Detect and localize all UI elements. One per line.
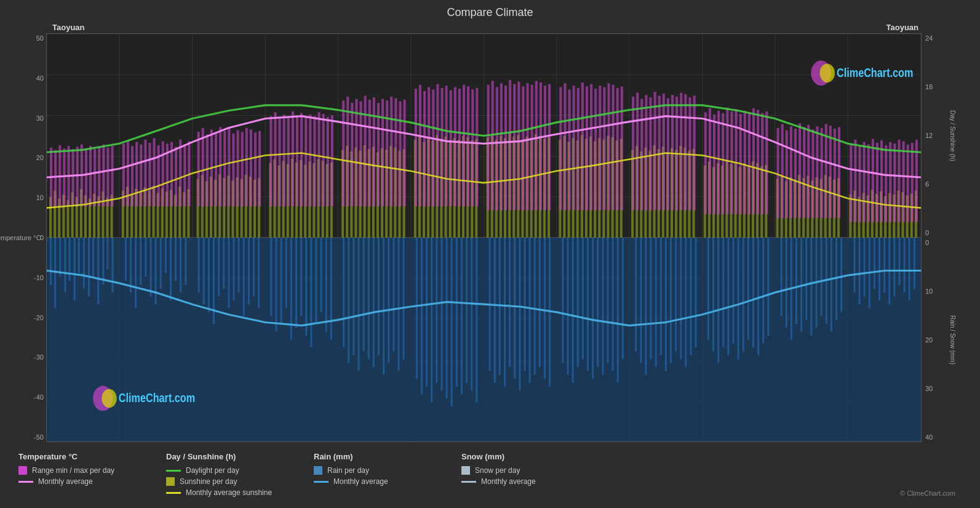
svg-rect-497: [680, 92, 682, 210]
svg-rect-169: [840, 238, 842, 312]
svg-rect-149: [732, 238, 734, 344]
svg-rect-145: [712, 238, 714, 352]
location-left: Taoyuan: [52, 23, 85, 32]
location-right: Taoyuan: [886, 23, 919, 32]
svg-rect-93: [421, 238, 423, 395]
svg-rect-439: [399, 101, 401, 206]
svg-rect-404: [232, 134, 234, 206]
svg-rect-455: [476, 88, 478, 206]
svg-rect-37: [102, 238, 104, 284]
svg-rect-401: [219, 127, 221, 206]
svg-rect-121: [577, 238, 579, 367]
svg-rect-77: [325, 238, 327, 332]
svg-rect-101: [461, 238, 463, 395]
svg-rect-388: [157, 145, 160, 206]
svg-rect-417: [296, 115, 298, 206]
svg-rect-156: [767, 238, 769, 336]
svg-rect-434: [377, 103, 380, 206]
svg-rect-475: [577, 88, 580, 211]
svg-rect-473: [568, 89, 571, 210]
svg-rect-174: [874, 238, 875, 289]
legend-item-rain: Rain per day: [314, 466, 437, 475]
svg-rect-527: [825, 124, 827, 218]
svg-rect-59: [228, 238, 229, 308]
svg-rect-383: [135, 142, 138, 206]
svg-rect-119: [567, 238, 568, 375]
svg-rect-477: [586, 86, 588, 210]
main-container: Compare Climate Taoyuan Taoyuan Temperat…: [0, 0, 980, 508]
svg-rect-505: [722, 113, 724, 214]
svg-rect-79: [343, 238, 345, 347]
svg-rect-87: [383, 238, 384, 375]
svg-rect-448: [445, 86, 448, 206]
svg-rect-165: [821, 238, 823, 316]
svg-rect-92: [416, 238, 418, 379]
svg-rect-452: [463, 85, 465, 206]
svg-rect-447: [440, 88, 443, 206]
svg-rect-382: [131, 146, 133, 206]
monthly-average-snow-label: Monthly average: [481, 477, 536, 486]
svg-rect-386: [148, 143, 151, 206]
svg-rect-491: [654, 92, 656, 210]
legend-swatch-snow-avg: [461, 481, 476, 483]
svg-rect-533: [859, 146, 861, 222]
svg-rect-162: [805, 238, 807, 320]
legend-swatch-rain: [314, 466, 322, 475]
svg-rect-139: [675, 238, 677, 352]
svg-rect-513: [757, 110, 759, 214]
legend-group-sunshine: Day / Sunshine (h) Daylight per day Suns…: [166, 452, 289, 497]
svg-rect-407: [245, 128, 248, 206]
svg-rect-410: [258, 131, 261, 206]
svg-rect-543: [902, 141, 905, 222]
svg-rect-534: [863, 142, 866, 222]
svg-rect-74: [310, 238, 312, 347]
svg-rect-91: [403, 238, 405, 359]
svg-rect-134: [650, 238, 651, 359]
svg-rect-385: [144, 140, 146, 206]
svg-rect-406: [241, 132, 244, 206]
svg-rect-43: [140, 238, 141, 284]
svg-rect-445: [432, 89, 434, 206]
svg-rect-413: [279, 118, 281, 206]
svg-rect-118: [562, 238, 564, 363]
svg-rect-147: [722, 238, 724, 347]
svg-rect-490: [649, 97, 651, 210]
svg-rect-478: [590, 84, 592, 210]
svg-rect-172: [864, 238, 866, 296]
svg-rect-146: [717, 238, 719, 363]
svg-rect-151: [743, 238, 744, 352]
svg-rect-62: [243, 238, 245, 316]
svg-rect-487: [636, 92, 639, 210]
svg-rect-44: [145, 238, 146, 277]
svg-rect-158: [786, 238, 787, 328]
svg-rect-38: [106, 238, 108, 269]
svg-rect-384: [140, 145, 142, 207]
svg-rect-408: [250, 129, 252, 206]
legend-title-temperature: Temperature °C: [18, 452, 141, 461]
svg-rect-376: [98, 147, 100, 206]
svg-rect-57: [218, 238, 220, 296]
svg-rect-402: [223, 131, 226, 206]
svg-rect-541: [893, 143, 896, 222]
svg-rect-521: [799, 123, 801, 218]
svg-rect-85: [373, 238, 375, 367]
svg-rect-393: [179, 140, 181, 206]
svg-rect-523: [807, 125, 810, 218]
svg-rect-39: [112, 238, 114, 292]
svg-rect-125: [597, 238, 599, 367]
svg-rect-90: [397, 238, 399, 371]
svg-rect-35: [92, 238, 94, 277]
svg-rect-430: [360, 101, 362, 206]
svg-rect-31: [74, 238, 76, 300]
legend-swatch-temp-range: [18, 466, 27, 475]
svg-rect-531: [850, 143, 852, 222]
svg-rect-34: [88, 238, 90, 296]
svg-rect-454: [471, 89, 474, 206]
svg-rect-449: [450, 91, 452, 206]
svg-rect-129: [617, 238, 619, 383]
svg-rect-538: [880, 140, 883, 222]
legend-item-temp-avg: Monthly average: [18, 477, 141, 486]
legend-title-snow: Snow (mm): [461, 452, 584, 461]
svg-rect-153: [752, 238, 754, 347]
svg-rect-528: [829, 126, 832, 218]
